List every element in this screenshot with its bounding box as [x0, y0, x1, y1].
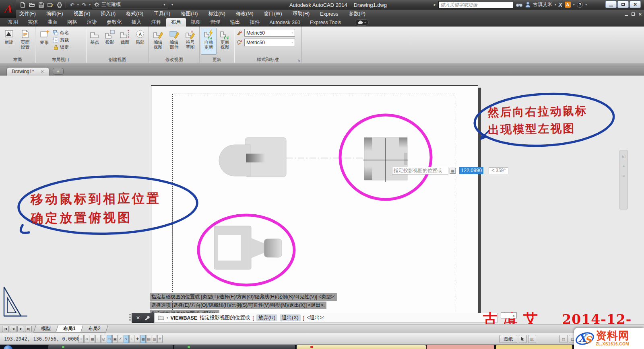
menu-dimension[interactable]: 标注(N): [208, 10, 225, 17]
ribbon-tab-view[interactable]: 视图: [186, 18, 206, 27]
view-style-select[interactable]: Metric50▾: [244, 29, 295, 37]
save-icon[interactable]: [37, 1, 45, 9]
help-dropdown-icon[interactable]: ▾: [585, 3, 587, 6]
clip-viewport-button[interactable]: 剪裁: [53, 37, 72, 43]
status-toggle-selection-cycling[interactable]: ▥: [152, 335, 157, 343]
status-toggle-polar-tracking[interactable]: ◶: [101, 335, 106, 343]
redo-dropdown-icon[interactable]: ▾: [89, 3, 91, 6]
tab-last-icon[interactable]: ▶|: [25, 326, 32, 332]
status-toggle-object-snap[interactable]: ▭: [107, 335, 112, 343]
exchange-apps-icon[interactable]: X: [559, 2, 562, 8]
menu-express[interactable]: Express: [320, 11, 338, 17]
ribbon-tab-plugins[interactable]: 插件: [245, 18, 265, 27]
menu-insert[interactable]: 插入(I): [101, 10, 116, 17]
menu-tools[interactable]: 工具(T): [154, 10, 170, 17]
recent-commands-icon[interactable]: [158, 315, 164, 320]
undo-icon[interactable]: ↶: [68, 1, 76, 9]
signed-in-user[interactable]: 古滇艾米: [533, 1, 552, 8]
doc-restore-icon[interactable]: [632, 12, 635, 16]
quick-view-layouts-icon[interactable]: [519, 335, 527, 343]
base-view-button[interactable]: 基点▾: [87, 28, 102, 50]
menu-format[interactable]: 格式(O): [126, 10, 143, 17]
paper-model-toggle[interactable]: 图纸: [500, 335, 517, 343]
ribbon-tab-layout[interactable]: 布局: [166, 18, 186, 27]
command-bar-grip[interactable]: [128, 314, 131, 322]
ribbon-tab-autodesk360[interactable]: Autodesk 360: [265, 18, 305, 27]
dynamic-input-angle-field[interactable]: < 359°: [489, 167, 508, 174]
taskbar-app-4[interactable]: [427, 345, 494, 349]
taskbar-app-5[interactable]: [496, 345, 572, 349]
ribbon-tab-mesh[interactable]: 网格: [62, 18, 82, 27]
file-tab-close-icon[interactable]: ✕: [40, 69, 44, 74]
tab-layout1[interactable]: 布局1: [56, 325, 83, 333]
customize-wrench-icon[interactable]: [144, 315, 150, 321]
status-toggle-infer-constraints[interactable]: ⊹: [78, 335, 84, 343]
close-button[interactable]: [630, 1, 641, 8]
ribbon-tab-solid[interactable]: 实体: [23, 18, 43, 27]
doc-minimize-icon[interactable]: [625, 15, 628, 16]
dynamic-input-distance-field[interactable]: 122.0990: [459, 167, 483, 174]
status-toggle-object-snap-tracking[interactable]: ∠: [118, 335, 123, 343]
menu-draw[interactable]: 绘图(D): [181, 10, 198, 17]
command-line-bar[interactable]: ✕ ▾ VIEWBASE 指定投影视图的位置或 [ 放弃(U) 退出(X) ] …: [128, 313, 497, 323]
keyboard-icon[interactable]: ▦: [450, 168, 456, 174]
quick-view-drawings-icon[interactable]: ▯▯: [528, 335, 536, 343]
qat-customize-icon[interactable]: ▼: [169, 1, 175, 8]
menu-help[interactable]: 帮助(H): [293, 10, 310, 17]
search-binoculars-icon[interactable]: [516, 2, 523, 8]
save-as-icon[interactable]: [46, 1, 54, 9]
ribbon-tab-parametric[interactable]: 参数化: [102, 18, 127, 27]
ribbon-tab-manage[interactable]: 管理: [206, 18, 225, 27]
projected-view-button[interactable]: 投影: [103, 28, 118, 50]
start-button[interactable]: [3, 345, 13, 349]
status-toggle-snap-mode[interactable]: ⁙: [84, 335, 89, 343]
tab-model[interactable]: 模型: [33, 325, 58, 333]
status-toggle-dynamic-input[interactable]: ⊥: [129, 335, 134, 343]
search-input[interactable]: [438, 1, 513, 8]
tab-first-icon[interactable]: |◀: [2, 326, 9, 332]
ribbon-tab-output[interactable]: 输出: [225, 18, 245, 27]
recent-commands-dropdown-icon[interactable]: ▾: [167, 316, 168, 320]
command-close-icon[interactable]: ✕: [136, 315, 140, 321]
new-file-icon[interactable]: [19, 1, 27, 9]
undo-dropdown-icon[interactable]: ▾: [77, 3, 79, 6]
ribbon-tab-annotate[interactable]: 注释: [147, 18, 166, 27]
workspace-switcher[interactable]: 三维建模 ▼: [92, 1, 168, 8]
cursor-coordinates[interactable]: 193.2942, 136.9756, 0.0000: [4, 336, 80, 342]
user-dropdown-icon[interactable]: ▾: [555, 3, 556, 6]
lock-viewport-button[interactable]: 锁定▾: [53, 44, 72, 51]
edit-component-button[interactable]: 编辑 部件: [166, 28, 182, 50]
command-input-line[interactable]: ▾ VIEWBASE 指定投影视图的位置或 [ 放弃(U) 退出(X) ] <退…: [154, 313, 497, 323]
status-toggle-3d-object-snap[interactable]: ▣: [112, 335, 118, 343]
status-toggle-ortho-mode[interactable]: ∟: [95, 335, 101, 343]
option-undo[interactable]: 放弃(U): [256, 314, 277, 321]
status-toggle-quick-properties[interactable]: ▤: [146, 335, 151, 343]
nav-pan-icon[interactable]: ◱: [622, 154, 625, 158]
status-toggle-lineweight[interactable]: ✚: [135, 335, 140, 343]
menu-parametric[interactable]: 参数(P): [349, 10, 365, 17]
section-view-button[interactable]: 截面▾: [118, 28, 132, 50]
menu-window[interactable]: 窗口(W): [264, 10, 282, 17]
help-icon[interactable]: ?: [577, 2, 583, 8]
drawing-area[interactable]: 移动鼠标到相应位置 确定放置俯视图 然后向右拉动鼠标 出现模型左视图 指定投影视…: [0, 76, 644, 324]
new-drawing-tab-button[interactable]: ＋: [53, 68, 64, 75]
rect-viewport-button[interactable]: 矩形▾: [37, 28, 52, 51]
nav-orbit-icon[interactable]: ≡: [623, 174, 625, 178]
ribbon-tab-home[interactable]: 常用: [3, 18, 23, 27]
ribbon-tab-render[interactable]: 渲染: [82, 18, 102, 27]
panel-launcher-icon[interactable]: ↘: [297, 58, 300, 62]
page-setup-button[interactable]: 页面 设置: [17, 28, 33, 50]
file-tab-drawing1[interactable]: Drawing1* ✕: [6, 67, 50, 76]
status-toggle-grid-display[interactable]: ▦: [90, 335, 95, 343]
restore-button[interactable]: [617, 1, 629, 8]
tab-layout2[interactable]: 布局2: [80, 325, 108, 333]
option-exit[interactable]: 退出(X): [280, 314, 301, 321]
apps-dropdown-icon[interactable]: ▾: [573, 3, 575, 6]
ribbon-tab-surface[interactable]: 曲面: [43, 18, 62, 27]
status-toggle-annotation-monitor[interactable]: ✛: [157, 335, 163, 343]
taskbar-app-1[interactable]: [48, 345, 173, 349]
tab-next-icon[interactable]: ▶: [17, 326, 24, 332]
section-style-select[interactable]: Metric50▾: [244, 39, 295, 46]
status-toggle-transparency[interactable]: ▩: [140, 335, 146, 343]
detail-view-button[interactable]: A 局部▾: [133, 28, 148, 50]
